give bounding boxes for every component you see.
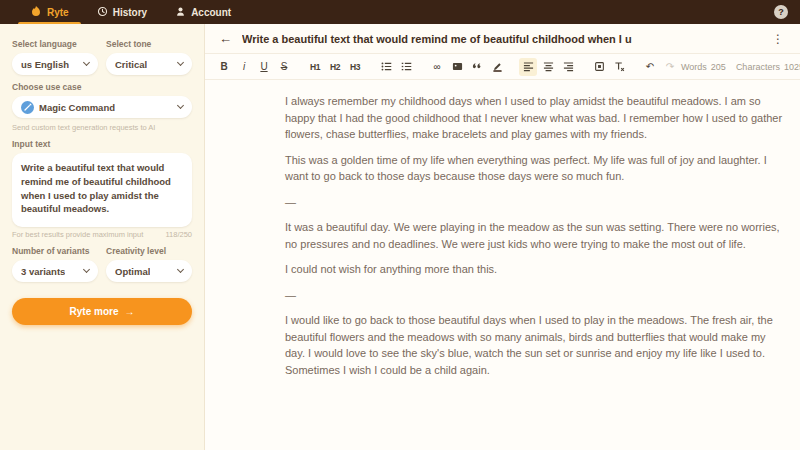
account-person-icon xyxy=(175,6,186,19)
use-case-value: Magic Command xyxy=(39,102,115,113)
use-case-select[interactable]: Magic Command xyxy=(12,96,192,118)
input-text-label: Input text xyxy=(12,139,192,149)
paragraph-divider: — xyxy=(285,287,785,304)
choose-use-case-label: Choose use case xyxy=(12,82,192,92)
bold-glyph: B xyxy=(220,61,227,72)
chevron-down-icon xyxy=(177,266,184,273)
input-helper-row: For best results provide maximum input 1… xyxy=(12,230,192,239)
tone-field: Select tone Critical xyxy=(106,32,192,75)
redo-button[interactable]: ↷ xyxy=(661,58,679,76)
paragraph-divider: — xyxy=(285,194,785,211)
app-root: Ryte History Account ? Select language u… xyxy=(0,0,800,450)
ryte-more-button[interactable]: Ryte more → xyxy=(12,298,192,325)
tab-history-label: History xyxy=(113,7,147,18)
italic-glyph: i xyxy=(243,61,245,72)
paragraph: It was a beautiful day. We were playing … xyxy=(285,219,785,252)
image-button[interactable] xyxy=(448,58,466,76)
ryte-more-label: Ryte more xyxy=(70,306,119,317)
select-tone-label: Select tone xyxy=(106,39,192,49)
bullet-list-button[interactable] xyxy=(377,58,395,76)
words-label: Words xyxy=(681,62,707,72)
chevron-down-icon xyxy=(177,102,184,109)
quote-icon xyxy=(472,61,483,72)
sidebar: Select language us English Select tone C… xyxy=(0,24,205,450)
tab-history[interactable]: History xyxy=(83,0,161,24)
chevron-down-icon xyxy=(83,266,90,273)
creativity-field: Creativity level Optimal xyxy=(106,239,192,282)
align-center-button[interactable] xyxy=(539,58,557,76)
ordered-list-button[interactable] xyxy=(397,58,415,76)
editor-toolbar: B i U S H1 H2 H3 ∞ xyxy=(205,54,800,80)
magic-wand-icon xyxy=(21,101,34,114)
chevron-down-icon xyxy=(177,59,184,66)
pen-icon xyxy=(492,61,503,72)
variants-field: Number of variants 3 variants xyxy=(12,239,98,282)
editor-area[interactable]: I always remember my childhood days when… xyxy=(205,80,800,450)
heading3-button[interactable]: H3 xyxy=(346,58,364,76)
align-left-button[interactable] xyxy=(519,58,537,76)
input-helper-text: For best results provide maximum input xyxy=(12,230,143,239)
underline-button[interactable]: U xyxy=(255,58,273,76)
clear-format-icon xyxy=(614,61,625,72)
creativity-value: Optimal xyxy=(115,266,150,277)
tone-select[interactable]: Critical xyxy=(106,53,192,75)
help-button[interactable]: ? xyxy=(774,5,788,19)
use-case-helper: Send custom text generation requests to … xyxy=(12,123,192,132)
tab-ryte-label: Ryte xyxy=(47,7,69,18)
heading2-button[interactable]: H2 xyxy=(326,58,344,76)
italic-button[interactable]: i xyxy=(235,58,253,76)
use-case-value-wrap: Magic Command xyxy=(21,101,115,114)
bold-button[interactable]: B xyxy=(215,58,233,76)
document-title: Write a beautiful text that would remind… xyxy=(242,33,760,45)
creativity-label: Creativity level xyxy=(106,246,192,256)
strikethrough-button[interactable]: S xyxy=(275,58,293,76)
align-left-icon xyxy=(523,61,534,72)
ordered-list-icon xyxy=(401,61,412,72)
language-select[interactable]: us English xyxy=(12,53,98,75)
select-language-label: Select language xyxy=(12,39,98,49)
strike-glyph: S xyxy=(281,61,288,72)
input-text-area[interactable]: Write a beautiful text that would remind… xyxy=(12,153,192,227)
chevron-down-icon xyxy=(83,59,90,66)
language-tone-row: Select language us English Select tone C… xyxy=(12,32,192,75)
characters-label: Characters xyxy=(736,62,780,72)
paragraph: I always remember my childhood days when… xyxy=(285,93,785,143)
variants-select[interactable]: 3 variants xyxy=(12,260,98,282)
paragraph: This was a golden time of my life when e… xyxy=(285,152,785,185)
tab-account-label: Account xyxy=(191,7,231,18)
align-right-button[interactable] xyxy=(559,58,577,76)
language-field: Select language us English xyxy=(12,32,98,75)
tone-value: Critical xyxy=(115,59,147,70)
image-icon xyxy=(452,61,463,72)
word-count: Words 205 Characters 1025 xyxy=(681,62,800,72)
variants-value: 3 variants xyxy=(21,266,65,277)
kebab-menu-button[interactable]: ⋮ xyxy=(770,32,786,46)
history-clock-icon xyxy=(97,6,108,19)
back-arrow-button[interactable]: ← xyxy=(219,32,232,45)
paragraph: I could not wish for anything more than … xyxy=(285,261,785,278)
clear-format-button[interactable] xyxy=(610,58,628,76)
arrow-right-icon: → xyxy=(124,306,134,317)
embed-icon xyxy=(594,61,605,72)
tab-account[interactable]: Account xyxy=(161,0,245,24)
text-color-button[interactable] xyxy=(488,58,506,76)
blockquote-button[interactable] xyxy=(468,58,486,76)
creativity-select[interactable]: Optimal xyxy=(106,260,192,282)
variants-creativity-row: Number of variants 3 variants Creativity… xyxy=(12,239,192,282)
top-navbar: Ryte History Account ? xyxy=(0,0,800,24)
underline-glyph: U xyxy=(260,61,267,72)
app-body: Select language us English Select tone C… xyxy=(0,24,800,450)
embed-button[interactable] xyxy=(590,58,608,76)
heading1-button[interactable]: H1 xyxy=(306,58,324,76)
undo-button[interactable]: ↶ xyxy=(641,58,659,76)
language-value: us English xyxy=(21,59,69,70)
tab-ryte[interactable]: Ryte xyxy=(16,0,83,24)
words-value: 205 xyxy=(711,62,726,72)
align-right-icon xyxy=(563,61,574,72)
link-button[interactable]: ∞ xyxy=(428,58,446,76)
align-center-icon xyxy=(543,61,554,72)
bullet-list-icon xyxy=(381,61,392,72)
paragraph: I would like to go back to those beautif… xyxy=(285,312,785,378)
main-area: ← Write a beautiful text that would remi… xyxy=(205,24,800,450)
variants-label: Number of variants xyxy=(12,246,98,256)
